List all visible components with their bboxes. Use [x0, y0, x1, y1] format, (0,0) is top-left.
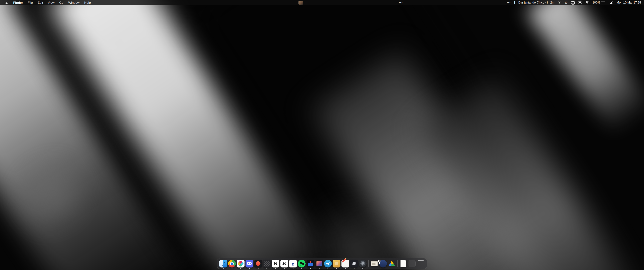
menu-file[interactable]: File [25, 0, 35, 5]
dock-item-pencil-app[interactable] [341, 258, 350, 269]
dock-item-blue-app[interactable] [324, 258, 332, 269]
running-indicator [310, 268, 311, 269]
document-file-glyph [400, 260, 406, 267]
menu-bar: Finder FileEditViewGoWindowHelp ••• ••• … [0, 0, 644, 5]
menu-help[interactable]: Help [82, 0, 93, 5]
slack-glyph [237, 260, 244, 267]
document-file-icon [400, 260, 406, 267]
menu-window[interactable]: Window [66, 0, 82, 5]
dock-item-spotify[interactable] [297, 258, 306, 269]
spotify-glyph [299, 261, 304, 266]
1password-glyph [378, 260, 380, 262]
wallpaper-band [526, 0, 644, 142]
running-indicator [354, 268, 354, 269]
display-icon[interactable] [571, 1, 575, 4]
running-indicator [284, 268, 285, 269]
downloads-icon [408, 260, 416, 267]
pencil-app-glyph [342, 258, 347, 262]
slack-icon [237, 260, 244, 267]
running-indicator [266, 268, 267, 269]
battery-percent: 100% [592, 1, 600, 4]
dock-item-dark-app[interactable] [350, 258, 358, 269]
figure-app-icon [306, 260, 314, 267]
running-indicator [336, 268, 337, 269]
chrome-icon [228, 260, 236, 267]
dock-item-screenshot-preview[interactable] [370, 258, 379, 269]
yellow-app-icon [333, 260, 340, 267]
notch-area-widgets: ••• [298, 0, 403, 5]
battery-nub [606, 2, 606, 3]
trash-icon [418, 260, 424, 267]
dock-item-google-drive[interactable] [388, 258, 396, 269]
control-center-icon[interactable] [578, 1, 582, 4]
dock-item-finder[interactable] [219, 258, 228, 269]
dollar-icon[interactable]: $ [558, 1, 561, 4]
wifi-icon[interactable] [585, 1, 589, 4]
dock-item-layers-app[interactable] [262, 258, 271, 269]
running-indicator [240, 268, 241, 269]
menu-bar-menus: FileEditViewGoWindowHelp [25, 0, 93, 5]
menu-edit[interactable]: Edit [35, 0, 46, 5]
dock-item-trash[interactable] [416, 258, 425, 269]
dock-item-notion[interactable]: N [271, 258, 280, 269]
dock-item-raycast[interactable] [254, 258, 262, 269]
figure-app-glyph [308, 261, 313, 266]
notion-calendar-glyph: 10 [280, 260, 288, 267]
status-overflow-dots-icon[interactable]: ••• [507, 1, 511, 4]
lens-app-glyph [359, 260, 366, 267]
google-drive-glyph [389, 260, 395, 267]
menu-bar-clock[interactable]: Mon 10 Mar 17:58 [616, 1, 641, 4]
notch-overflow-dots-icon[interactable]: ••• [399, 1, 403, 4]
dock: N10g [217, 258, 427, 269]
running-indicator [223, 268, 224, 269]
dark-app-icon [350, 260, 358, 267]
menu-bar-left: Finder FileEditViewGoWindowHelp [0, 0, 93, 5]
notion-icon: N [272, 260, 280, 267]
running-indicator [275, 268, 276, 269]
discord-icon [246, 260, 253, 267]
next-event-text[interactable]: Dar jantar do Chico - in 2m [518, 1, 554, 4]
raycast-icon [254, 260, 262, 267]
running-indicator [362, 268, 363, 269]
gear-icon[interactable]: ⚙ [565, 1, 568, 4]
yellow-app-glyph [335, 262, 338, 265]
dock-item-figure-app[interactable] [306, 258, 315, 269]
layers-app-glyph [264, 261, 270, 267]
app-menu-finder[interactable]: Finder [11, 0, 25, 5]
dock-item-yellow-app[interactable] [332, 258, 341, 269]
apple-menu-icon[interactable] [3, 0, 11, 5]
dock-item-1password[interactable] [379, 258, 388, 269]
dock-item-document-file[interactable] [399, 258, 408, 269]
finder-glyph [219, 260, 227, 267]
lens-app-icon [359, 260, 366, 267]
user-icon[interactable] [610, 1, 613, 4]
dock-item-photos[interactable] [315, 258, 324, 269]
desktop: Finder FileEditViewGoWindowHelp ••• ••• … [0, 0, 644, 270]
menu-go[interactable]: Go [57, 0, 66, 5]
screenshot-preview-icon [371, 261, 378, 266]
goodnotes-glyph: g [289, 260, 297, 267]
running-indicator [328, 268, 328, 269]
1password-icon [379, 260, 387, 267]
dock-item-slack[interactable] [236, 258, 245, 269]
discord-glyph [247, 262, 252, 265]
downloads-glyph [408, 260, 416, 267]
finder-icon [219, 260, 227, 267]
menu-bar-status-area: ••• | Dar jantar do Chico - in 2m $ ⚙ 10… [507, 0, 644, 5]
dock-item-notion-calendar[interactable]: 10 [280, 258, 289, 269]
dock-item-goodnotes[interactable]: g [289, 258, 297, 269]
menu-view[interactable]: View [45, 0, 57, 5]
battery-status[interactable]: 100% [592, 1, 606, 4]
blue-app-icon [324, 260, 332, 267]
running-indicator [301, 268, 302, 269]
screenshot-thumbnail-icon[interactable] [298, 1, 303, 5]
dock-item-chrome[interactable] [228, 258, 236, 269]
dock-item-downloads[interactable] [408, 258, 416, 269]
dock-item-discord[interactable] [245, 258, 254, 269]
status-separator: | [514, 1, 515, 4]
layers-app-icon [263, 260, 271, 267]
dock-item-lens-app[interactable] [358, 258, 367, 269]
battery-icon [601, 2, 605, 4]
dock-separator [398, 260, 398, 267]
chrome-glyph [230, 262, 234, 265]
